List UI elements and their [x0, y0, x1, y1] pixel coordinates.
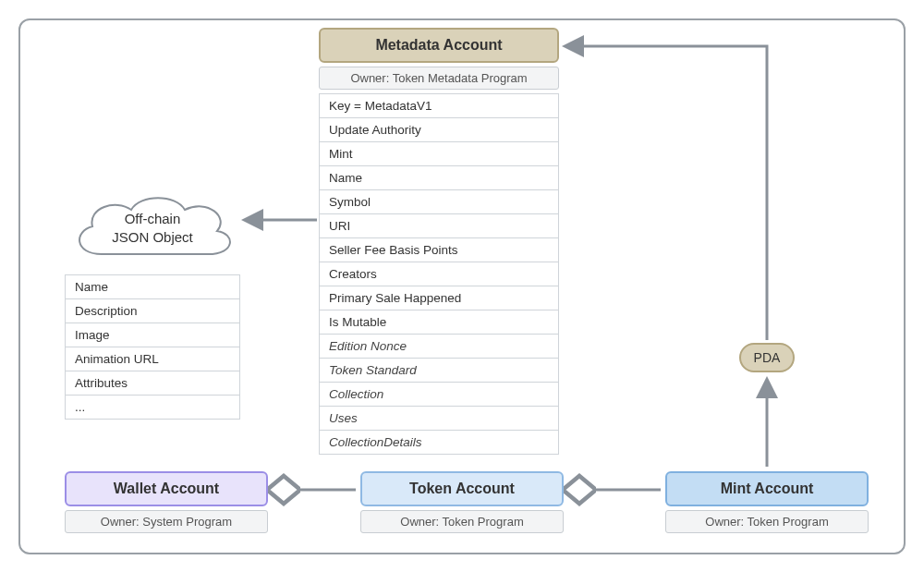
metadata-account-title: Metadata Account: [319, 28, 559, 63]
json-field: Attributes: [65, 371, 240, 396]
token-account-title: Token Account: [360, 471, 564, 506]
metadata-field: Update Authority: [319, 118, 559, 142]
metadata-field: Symbol: [319, 190, 559, 214]
json-field: Image: [65, 323, 240, 347]
json-field: Name: [65, 274, 240, 299]
metadata-field: Name: [319, 166, 559, 190]
metadata-field: Seller Fee Basis Points: [319, 238, 559, 262]
mint-account: Mint Account Owner: Token Program: [665, 471, 869, 533]
metadata-field: Key = MetadataV1: [319, 93, 559, 118]
metadata-field: Primary Sale Happened: [319, 286, 559, 310]
metadata-account-fields: Key = MetadataV1Update AuthorityMintName…: [319, 93, 559, 455]
metadata-field: Mint: [319, 142, 559, 166]
metadata-field: URI: [319, 214, 559, 238]
mint-account-title: Mint Account: [665, 471, 869, 506]
wallet-account-title: Wallet Account: [65, 471, 268, 506]
metadata-field: Token Standard: [319, 359, 559, 383]
metadata-field: Uses: [319, 407, 559, 431]
offchain-json-object: Off-chain JSON Object NameDescriptionIma…: [65, 189, 240, 420]
wallet-account: Wallet Account Owner: System Program: [65, 471, 268, 533]
metadata-field: Creators: [319, 262, 559, 286]
json-field: Description: [65, 299, 240, 323]
metadata-field: Edition Nonce: [319, 335, 559, 359]
token-account-owner: Owner: Token Program: [360, 510, 564, 533]
mint-account-owner: Owner: Token Program: [665, 510, 869, 533]
metadata-account: Metadata Account Owner: Token Metadata P…: [319, 28, 559, 455]
offchain-json-fields: NameDescriptionImageAnimation URLAttribu…: [65, 274, 240, 420]
metadata-field: CollectionDetails: [319, 431, 559, 455]
metadata-field: Collection: [319, 383, 559, 407]
pda-node: PDA: [739, 343, 795, 372]
metadata-account-owner: Owner: Token Metadata Program: [319, 67, 559, 90]
token-account: Token Account Owner: Token Program: [360, 471, 564, 533]
wallet-account-owner: Owner: System Program: [65, 510, 268, 533]
json-field: Animation URL: [65, 347, 240, 371]
json-field: ...: [65, 396, 240, 420]
metadata-field: Is Mutable: [319, 310, 559, 335]
offchain-json-label: Off-chain JSON Object: [65, 210, 240, 246]
cloud-icon: Off-chain JSON Object: [65, 189, 240, 273]
